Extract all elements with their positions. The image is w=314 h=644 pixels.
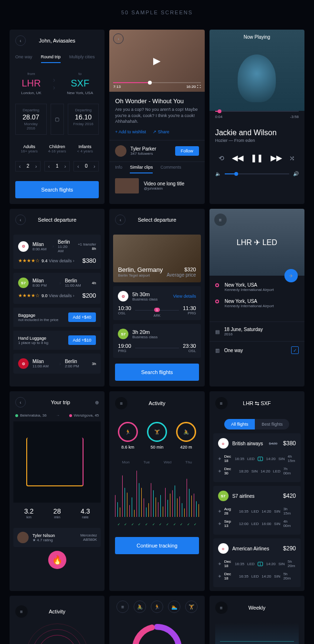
swap-icon[interactable]: ›› [53, 76, 55, 91]
time-elapsed: 0:04 [215, 115, 223, 119]
search-flights-button[interactable]: Search flights [115, 364, 199, 381]
prev-icon[interactable]: ◀◀ [232, 153, 243, 162]
pill-best-flights[interactable]: Best flights [255, 419, 289, 429]
route-codes: LHR ✈ LED [237, 238, 277, 247]
add-luggage-button[interactable]: Add +$10 [68, 335, 96, 345]
checkbox[interactable]: ✓ [291, 346, 299, 354]
flight-item[interactable]: ⊙ Milan8:00 AM › Berlin11:20 AM +1 trans… [13, 235, 101, 269]
driver-card[interactable]: Tyler Nilson★ 4.7 rating MercedezAB580K [13, 528, 101, 547]
date-option[interactable]: ▤ 18 June, Saturday2016 [209, 322, 304, 341]
wishlist-button[interactable]: + Add to wishlist [115, 129, 146, 134]
origin-address[interactable]: Belehratska, 36 [15, 413, 47, 418]
view-details-link[interactable]: View details › [49, 293, 74, 298]
run-ring[interactable]: 🏃8.6 km [118, 422, 138, 450]
menu-button[interactable]: ≡ [115, 397, 127, 409]
video-thumbnail [115, 178, 139, 193]
bike-icon[interactable]: 🚴 [134, 601, 146, 613]
from-column[interactable]: from LHR London, UK [21, 72, 41, 95]
progress-bar[interactable] [215, 111, 299, 112]
back-button[interactable]: ‹ [15, 215, 26, 225]
increment-button[interactable]: › [32, 161, 40, 171]
follow-button[interactable]: Follow [175, 146, 199, 156]
video-player[interactable]: ‹ ▶ 7:13 16:20 ⛶ [109, 30, 204, 92]
swim-icon[interactable]: 🏊 [168, 601, 180, 613]
steps-chart [215, 623, 299, 644]
view-details-link[interactable]: View details › [49, 258, 74, 263]
menu-button[interactable]: ≡ [214, 214, 227, 226]
increment-button[interactable]: › [90, 161, 98, 171]
fire-fab[interactable]: 🔥 [48, 551, 66, 569]
back-button[interactable]: ‹ [15, 35, 26, 46]
now-playing-card: Now Playing 0:04 -3:58 Jackie and Wilson… [209, 30, 304, 204]
author-name: Tyler Parker [130, 146, 171, 151]
gym-icon[interactable]: 🏋 [185, 601, 198, 613]
flight-item[interactable]: ⊙ Milan11:00 AM › Berlin2:00 PM 3h [13, 354, 101, 374]
share-button[interactable]: ↗ Share [153, 129, 169, 134]
increment-button[interactable]: › [61, 161, 69, 171]
add-baggage-button[interactable]: Add +$40 [68, 312, 96, 322]
departure-detail-card: ‹ Select departure Berlin, Germany Berli… [109, 209, 204, 386]
clip-item[interactable]: Video one long title @johnklein [109, 173, 204, 198]
depart-date-1[interactable]: Departing 28.07 Monday 2016 [15, 104, 47, 135]
flight-item[interactable]: S7 Milan8:00 PM › Berlin11:00 AM 4h ★★★★… [13, 273, 101, 304]
tab-multi[interactable]: Multiply cities [69, 52, 95, 63]
airline-logo: ⊙ [18, 358, 29, 369]
tab-roundtrip[interactable]: Round trip [41, 52, 61, 63]
back-button[interactable]: ‹ [115, 215, 126, 225]
compass-icon[interactable]: ⊕ [95, 400, 99, 405]
bike-ring[interactable]: 🚴420 m [176, 422, 196, 450]
time-total: 16:20 ⛶ [186, 85, 200, 89]
page-title: 50 SAMPLE SCREENS [10, 10, 304, 15]
progress-donut: 80% [131, 623, 183, 644]
trip-type-option[interactable]: ▥ One way ✓ [209, 341, 304, 359]
play-icon[interactable]: ▶ [150, 54, 164, 68]
menu-button[interactable]: ≡ [116, 601, 129, 613]
continue-tracking-button[interactable]: Continue tracking [115, 537, 199, 554]
menu-button[interactable]: ≡ [215, 601, 228, 614]
pill-all-flights[interactable]: All flights [224, 419, 255, 429]
airline-logo: ⊙ [218, 543, 229, 554]
search-flights-button[interactable]: Search flights [15, 181, 99, 198]
calendar-icon[interactable]: ▢ [51, 104, 64, 135]
next-icon[interactable]: ▶▶ [271, 153, 282, 162]
tab-comments[interactable]: Comments [160, 162, 181, 173]
track-title: Jackie and Wilson [209, 122, 304, 138]
destination-address[interactable]: Wenzigova, 45 [69, 413, 99, 418]
tab-similar[interactable]: Similar clips [130, 162, 153, 173]
pause-icon[interactable]: ❚❚ [251, 153, 263, 162]
volume-slider[interactable] [225, 173, 289, 174]
run-icon[interactable]: 🏃 [151, 601, 163, 613]
airline-logo: S7 [18, 278, 29, 288]
baggage-addon: Baggagenot included in the price Add +$4… [13, 308, 101, 327]
decrement-button[interactable]: ‹ [45, 161, 53, 171]
map[interactable] [13, 421, 101, 503]
avatar[interactable] [115, 145, 126, 157]
plane-fab[interactable]: ✈ [284, 269, 298, 282]
airline-logo: S7 [118, 329, 128, 339]
to-column[interactable]: to SXF New York, USA [67, 72, 93, 95]
airline-item[interactable]: S7 S7 airlines $420 ✈Aug 2816:35LED14:20… [213, 486, 301, 535]
back-button[interactable]: ‹ [113, 33, 124, 44]
heart-activity-card: ≡ Activity ♥ [10, 596, 105, 644]
decrement-button[interactable]: ‹ [74, 161, 82, 171]
airline-item[interactable]: ⊙ British airways $420$380 ✈Dec 1816:35L… [213, 433, 301, 482]
tab-oneway[interactable]: One way [15, 52, 32, 63]
connection-item: ⊙ 5h 30mBusiness class View details 10:3… [113, 286, 200, 320]
back-button[interactable]: ‹ [15, 397, 26, 408]
airline-item[interactable]: ⊙ American Airlines $290 ✈Dec 1816:35LED… [213, 538, 301, 587]
timeline-item[interactable]: New York, USAKennedy International Airpo… [215, 282, 299, 292]
menu-button[interactable]: ≡ [15, 605, 28, 618]
departure-list-card: ‹ Select departure ⊙ Milan8:00 AM › Berl… [10, 209, 105, 386]
repeat-icon[interactable]: ⟲ [219, 154, 224, 162]
shuffle-icon[interactable]: ⤭ [289, 154, 295, 162]
depart-date-2[interactable]: Departing 16.10 Friday 2016 [68, 104, 99, 135]
time-remaining: -3:58 [290, 115, 299, 119]
gym-ring[interactable]: 🏋50 min [147, 422, 167, 450]
menu-button[interactable]: ≡ [215, 397, 228, 409]
decrement-button[interactable]: ‹ [16, 161, 24, 171]
donut-card: ≡ 🚴 🏃 🏊 🏋 80% [109, 596, 204, 644]
timeline-item[interactable]: New York, USAKennedy International Airpo… [215, 299, 299, 308]
view-details-link[interactable]: View details [173, 294, 196, 299]
tab-info[interactable]: Info [115, 162, 122, 173]
volume-low-icon: 🔈 [215, 171, 221, 176]
